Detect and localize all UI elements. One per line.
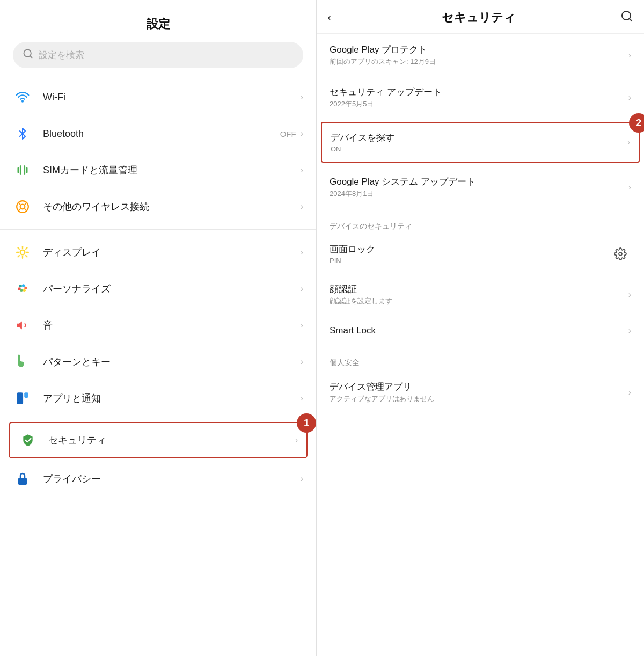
svg-line-13 (26, 256, 27, 257)
wifi-label: Wi-Fi (43, 92, 301, 103)
wireless-chevron: › (301, 202, 303, 212)
security-update-item[interactable]: セキュリティ アップデート 2022年5月5日 › (317, 76, 644, 119)
security-panel: ‹ セキュリティ Google Play プロテクト 前回のアプリのスキャン: … (317, 0, 644, 656)
settings-item-apps[interactable]: アプリと通知 › (0, 380, 316, 417)
back-button[interactable]: ‹ (327, 11, 331, 25)
sim-label: SIMカードと流量管理 (43, 164, 301, 177)
smart-lock-text: Smart Lock (330, 325, 628, 336)
svg-line-1 (30, 56, 32, 58)
device-admin-title: デバイス管理アプリ (330, 381, 628, 393)
svg-point-18 (22, 284, 25, 287)
wifi-icon (13, 88, 32, 107)
device-security-label: デバイスのセキュリティ (317, 215, 644, 235)
device-admin-chevron: › (628, 388, 631, 397)
right-search-button[interactable] (620, 10, 633, 26)
svg-point-22 (20, 289, 23, 292)
svg-point-8 (20, 205, 25, 209)
sim-chevron: › (301, 165, 303, 175)
smart-lock-chevron: › (628, 326, 631, 336)
settings-item-personalize[interactable]: パーソナライズ › (0, 271, 316, 307)
bluetooth-icon (13, 124, 32, 143)
smart-lock-title: Smart Lock (330, 325, 628, 336)
svg-rect-26 (24, 392, 28, 398)
google-play-system-title: Google Play システム アップデート (330, 176, 628, 188)
svg-marker-24 (17, 321, 22, 329)
google-play-system-text: Google Play システム アップデート 2024年8月1日 (330, 176, 628, 199)
find-device-item[interactable]: デバイスを探す ON › 2 (321, 122, 640, 163)
screen-lock-gear-button[interactable] (610, 243, 631, 265)
find-device-title: デバイスを探す (331, 132, 627, 144)
svg-rect-27 (18, 478, 27, 485)
settings-item-bluetooth[interactable]: Bluetooth OFF › (0, 115, 316, 152)
search-bar[interactable]: 設定を検索 (13, 42, 303, 68)
face-auth-title: 顔認証 (330, 283, 628, 295)
display-icon (13, 243, 32, 262)
screen-lock-item[interactable]: 画面ロック PIN (317, 235, 644, 273)
find-device-text: デバイスを探す ON (331, 132, 627, 153)
screen-lock-text: 画面ロック PIN (330, 243, 604, 265)
security-icon (18, 431, 38, 450)
settings-item-sound[interactable]: 音 › (0, 307, 316, 344)
privacy-chevron: › (301, 474, 303, 484)
find-device-sub: ON (331, 145, 627, 153)
wifi-chevron: › (301, 92, 303, 102)
face-auth-sub: 顔認証を設定します (330, 296, 628, 306)
settings-item-sim[interactable]: SIMカードと流量管理 › (0, 152, 316, 188)
svg-rect-25 (17, 392, 23, 404)
security-update-chevron: › (628, 93, 631, 103)
svg-line-17 (26, 248, 27, 249)
device-admin-text: デバイス管理アプリ アクティブなアプリはありません (330, 381, 628, 404)
find-device-badge-number: 2 (629, 113, 644, 133)
face-auth-text: 顔認証 顔認証を設定します (330, 283, 628, 306)
device-admin-item[interactable]: デバイス管理アプリ アクティブなアプリはありません › (317, 371, 644, 413)
security-update-text: セキュリティ アップデート 2022年5月5日 (330, 86, 628, 109)
security-update-title: セキュリティ アップデート (330, 86, 628, 98)
personalize-icon (13, 279, 32, 298)
wireless-label: その他のワイヤレス接続 (43, 200, 301, 213)
device-admin-sub: アクティブなアプリはありません (330, 394, 628, 404)
svg-line-12 (18, 248, 19, 249)
google-play-protect-title: Google Play プロテクト (330, 43, 628, 56)
security-update-sub: 2022年5月5日 (330, 99, 628, 109)
settings-item-wireless[interactable]: その他のワイヤレス接続 › (0, 188, 316, 225)
settings-item-security[interactable]: セキュリティ › 1 (9, 422, 308, 458)
google-play-system-chevron: › (628, 183, 631, 192)
security-badge-number: 1 (297, 413, 316, 433)
apps-label: アプリと通知 (43, 392, 301, 405)
settings-item-pattern[interactable]: パターンとキー › (0, 344, 316, 380)
settings-panel: 設定 設定を検索 Wi-Fi › Bluetooth OFF › (0, 0, 317, 656)
settings-item-privacy[interactable]: プライバシー › (0, 461, 316, 497)
privacy-label: プライバシー (43, 472, 301, 485)
display-label: ディスプレイ (43, 246, 301, 259)
google-play-protect-item[interactable]: Google Play プロテクト 前回のアプリのスキャン: 12月9日 › (317, 34, 644, 76)
bluetooth-chevron: › (301, 129, 303, 139)
google-play-protect-chevron: › (628, 50, 631, 60)
privacy-icon (13, 469, 32, 489)
screen-lock-sub: PIN (330, 257, 604, 265)
apps-chevron: › (301, 393, 303, 403)
sound-chevron: › (301, 320, 303, 330)
google-play-protect-text: Google Play プロテクト 前回のアプリのスキャン: 12月9日 (330, 43, 628, 67)
security-chevron: › (295, 435, 298, 445)
google-play-system-item[interactable]: Google Play システム アップデート 2024年8月1日 › (317, 166, 644, 208)
smart-lock-item[interactable]: Smart Lock › (317, 316, 644, 346)
pattern-icon (13, 352, 32, 371)
personal-security-label: 個人安全 (317, 352, 644, 371)
screen-lock-divider (604, 243, 604, 265)
settings-item-display[interactable]: ディスプレイ › (0, 234, 316, 271)
face-auth-item[interactable]: 顔認証 顔認証を設定します › (317, 273, 644, 316)
display-chevron: › (301, 247, 303, 257)
pattern-label: パターンとキー (43, 355, 301, 368)
svg-line-16 (18, 256, 19, 257)
svg-point-30 (619, 252, 622, 256)
search-placeholder: 設定を検索 (39, 49, 84, 61)
settings-item-wifi[interactable]: Wi-Fi › (0, 79, 316, 115)
settings-title: 設定 (0, 5, 316, 42)
security-header: ‹ セキュリティ (317, 0, 644, 34)
personalize-label: パーソナライズ (43, 282, 301, 295)
personalize-chevron: › (301, 284, 303, 294)
security-title: セキュリティ (336, 10, 620, 26)
google-play-system-sub: 2024年8月1日 (330, 189, 628, 199)
security-label: セキュリティ (48, 434, 295, 447)
sound-icon (13, 316, 32, 335)
